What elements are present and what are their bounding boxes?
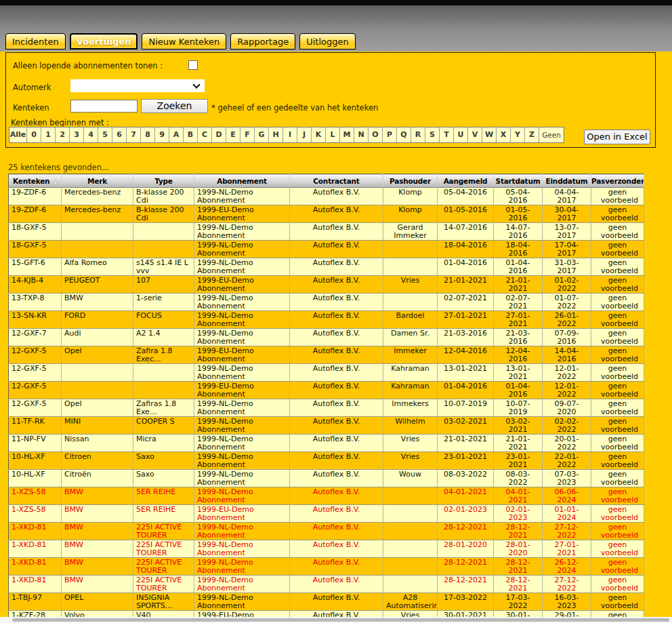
- column-header-contractant[interactable]: Contractant: [290, 174, 383, 188]
- cell-type: 225I ACTIVE TOURER: [133, 540, 194, 558]
- cell-startdatum: 28-12-2021: [494, 523, 543, 540]
- letter-filter-w[interactable]: W: [482, 127, 497, 142]
- letter-filter-d[interactable]: D: [212, 127, 226, 142]
- letter-filter-e[interactable]: E: [226, 127, 240, 142]
- letter-filter-q[interactable]: Q: [397, 127, 411, 142]
- letter-filter-a[interactable]: A: [169, 127, 184, 142]
- letter-filter-g[interactable]: G: [255, 127, 269, 142]
- column-header-einddatum[interactable]: Einddatum: [543, 174, 591, 188]
- vehicle-row[interactable]: 1-XKD-81BMW225I ACTIVE TOURER1999-NL-Dem…: [9, 576, 644, 593]
- vehicle-row[interactable]: 12-GXF-5OpelZafiras 1.8 Exe...1999-NL-De…: [9, 399, 644, 417]
- vehicle-row[interactable]: 1-XZS-58BMW5ER REIHE1999-EU-Demo Abonnem…: [9, 505, 644, 523]
- cell-kenteken: 12-GXF-5: [9, 346, 62, 364]
- vehicle-row[interactable]: 11-TF-RKMINICOOPER S1999-NL-Demo Abonnem…: [9, 417, 644, 435]
- letter-filter-0[interactable]: 0: [27, 127, 41, 142]
- letter-filter-1[interactable]: 1: [41, 127, 56, 142]
- vehicle-row[interactable]: 11-NP-FVNissanMicra1999-NL-Demo Abonneme…: [9, 435, 644, 452]
- vehicle-row[interactable]: 12-GXF-5OpelZafira 1.8 Exec...1999-EU-De…: [9, 346, 644, 364]
- vehicle-row[interactable]: 18-GXF-51999-NL-Demo AbonnementAutoflex …: [9, 241, 644, 258]
- letter-filter-9[interactable]: 9: [155, 127, 169, 142]
- vehicle-row[interactable]: 10-HL-XFCitroënSaxo1999-NL-Demo Abonneme…: [9, 470, 644, 487]
- letter-filter-l[interactable]: L: [326, 127, 340, 142]
- letter-filter-x[interactable]: X: [497, 127, 511, 142]
- vehicle-row[interactable]: 13-SN-KRFORDFOCUS1999-NL-Demo Abonnement…: [9, 311, 644, 329]
- cell-kenteken: 11-TF-RK: [9, 417, 62, 435]
- vehicle-row[interactable]: 13-TXP-8BMW1-serie1999-NL-Demo Abonnemen…: [9, 294, 644, 311]
- letter-filter-j[interactable]: J: [297, 127, 312, 142]
- letter-filter-u[interactable]: U: [454, 127, 468, 142]
- cell-contractant: Autoflex B.V.: [290, 311, 383, 329]
- automerk-select[interactable]: [70, 79, 205, 92]
- kenteken-input[interactable]: [70, 100, 138, 113]
- cell-aangemeld: 04-01-2021: [438, 487, 494, 505]
- vehicle-row[interactable]: 19-ZDF-6Mercedes-benzB-klasse 200 Cdi199…: [9, 205, 644, 223]
- letter-filter-b[interactable]: B: [184, 127, 198, 142]
- open-in-excel-button[interactable]: Open in Excel: [584, 129, 650, 144]
- letter-filter-o[interactable]: O: [369, 127, 383, 142]
- letter-filter-t[interactable]: T: [440, 127, 454, 142]
- column-header-type[interactable]: Type: [133, 174, 194, 188]
- lopende-abonnementen-checkbox[interactable]: [188, 60, 198, 70]
- vehicle-row[interactable]: 18-GXF-51999-NL-Demo AbonnementAutoflex …: [9, 223, 644, 241]
- letter-filter-3[interactable]: 3: [70, 127, 84, 142]
- column-header-startdatum[interactable]: Startdatum: [494, 174, 543, 188]
- column-header-abonnement[interactable]: Abonnement: [194, 174, 290, 188]
- vehicle-row[interactable]: 10-HL-XFCitroenSaxo1999-NL-Demo Abonneme…: [9, 452, 644, 470]
- letter-filter-alle[interactable]: Alle: [9, 127, 27, 142]
- letter-filter-5[interactable]: 5: [98, 127, 112, 142]
- letter-filter-4[interactable]: 4: [84, 127, 98, 142]
- cell-einddatum: 17-04-2017: [543, 241, 591, 258]
- vehicle-row[interactable]: 1-XKD-81BMW225I ACTIVE TOURER1999-NL-Dem…: [9, 540, 644, 558]
- letter-filter-k[interactable]: K: [312, 127, 326, 142]
- cell-merk: BMW: [62, 540, 133, 558]
- top-black-bar: [0, 0, 672, 5]
- letter-filter-geen[interactable]: Geen: [539, 127, 564, 142]
- cell-startdatum: 28-12-2021: [494, 576, 543, 593]
- letter-filter-p[interactable]: P: [383, 127, 397, 142]
- tab-incidenten[interactable]: Incidenten: [5, 33, 66, 49]
- letter-filter-8[interactable]: 8: [141, 127, 155, 142]
- letter-filter-v[interactable]: V: [468, 127, 482, 142]
- column-header-merk[interactable]: Merk: [62, 174, 133, 188]
- scrollbar-thumb[interactable]: [12, 618, 669, 622]
- horizontal-scrollbar[interactable]: [0, 617, 672, 623]
- letter-filter-c[interactable]: C: [198, 127, 212, 142]
- tab-voertuigen[interactable]: Voertuigen: [70, 33, 138, 49]
- vehicle-row[interactable]: 1-XKD-81BMW225I ACTIVE TOURER1999-NL-Dem…: [9, 523, 644, 540]
- letter-filter-6[interactable]: 6: [112, 127, 127, 142]
- vehicle-row[interactable]: 15-GFT-6Alfa Romeos145 s1.4 IE L vvv1999…: [9, 258, 644, 276]
- column-header-kenteken[interactable]: Kenteken▲: [9, 174, 62, 188]
- letter-filter-z[interactable]: Z: [525, 127, 539, 142]
- tab-nieuw-kenteken[interactable]: Nieuw Kenteken: [142, 33, 226, 49]
- tab-rapportage[interactable]: Rapportage: [230, 33, 295, 49]
- column-header-pashouder[interactable]: Pashouder: [383, 174, 438, 188]
- column-header-aangemeld[interactable]: Aangemeld: [438, 174, 494, 188]
- letter-filter-m[interactable]: M: [340, 127, 354, 142]
- cell-contractant: Autoflex B.V.: [290, 487, 383, 505]
- letter-filter-y[interactable]: Y: [511, 127, 525, 142]
- letter-filter-f[interactable]: F: [240, 127, 255, 142]
- vehicle-row[interactable]: 12-GXF-7AudiA2 1.41999-NL-Demo Abonnemen…: [9, 329, 644, 346]
- tab-uitloggen[interactable]: Uitloggen: [299, 33, 356, 49]
- letter-filter-i[interactable]: I: [283, 127, 297, 142]
- vehicle-row[interactable]: 1-TBJ-97OPELINSIGNIA SPORTS...1999-NL-De…: [9, 593, 644, 611]
- cell-contractant: Autoflex B.V.: [290, 540, 383, 558]
- cell-abonnement: 1999-NL-Demo Abonnement: [194, 487, 290, 505]
- letter-filter-s[interactable]: S: [425, 127, 440, 142]
- vehicle-row[interactable]: 1-XKD-81BMW225I ACTIVE TOURER1999-NL-Dem…: [9, 558, 644, 576]
- letter-filter-r[interactable]: R: [411, 127, 425, 142]
- vehicle-row[interactable]: 12-GXF-51999-EU-Demo AbonnementAutoflex …: [9, 382, 644, 399]
- vehicle-row[interactable]: 12-GXF-51999-NL-Demo AbonnementAutoflex …: [9, 364, 644, 382]
- letter-filter-7[interactable]: 7: [127, 127, 141, 142]
- letter-filter-n[interactable]: N: [354, 127, 369, 142]
- letter-filter-2[interactable]: 2: [56, 127, 70, 142]
- cell-type: 225I ACTIVE TOURER: [133, 523, 194, 540]
- cell-einddatum: 27-12-2022: [543, 523, 591, 540]
- column-header-pasverzonden[interactable]: Pasverzonden: [591, 174, 644, 188]
- vehicle-row[interactable]: 14-KJB-4PEUGEOT1071999-EU-Demo Abonnemen…: [9, 276, 644, 294]
- zoeken-button[interactable]: Zoeken: [141, 99, 208, 113]
- vehicle-row[interactable]: 19-ZDF-6Mercedes-benzB-klasse 200 Cdi199…: [9, 188, 644, 205]
- cell-pashouder: Kahraman: [383, 364, 438, 382]
- letter-filter-h[interactable]: H: [269, 127, 283, 142]
- vehicle-row[interactable]: 1-XZS-58BMW5ER REIHE1999-NL-Demo Abonnem…: [9, 487, 644, 505]
